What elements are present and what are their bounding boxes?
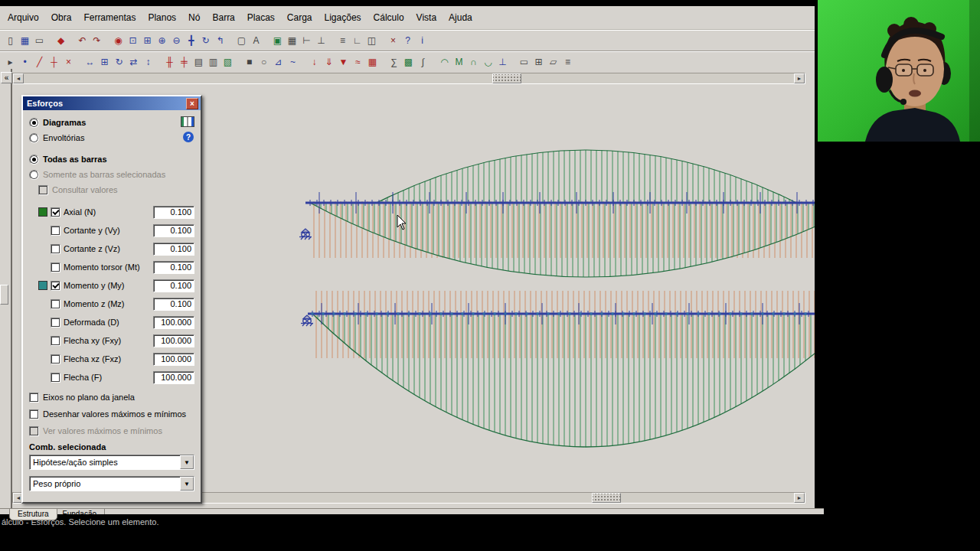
- zoom-out-icon[interactable]: ⊖: [169, 33, 184, 48]
- force-checkbox[interactable]: [51, 336, 60, 346]
- previous-view-icon[interactable]: ↰: [213, 33, 227, 48]
- top-scrollbar[interactable]: ◄ ►: [12, 73, 805, 84]
- desenhar-maximos-checkbox[interactable]: [29, 409, 39, 419]
- close-icon[interactable]: ×: [186, 98, 198, 109]
- elastic-support-icon[interactable]: ~: [286, 54, 300, 70]
- mirror-icon[interactable]: ⇄: [126, 54, 141, 70]
- mesh-icon[interactable]: ▩: [401, 54, 416, 70]
- new-icon[interactable]: ▯: [3, 33, 18, 48]
- stretch-icon[interactable]: ↕: [141, 54, 155, 70]
- force-checkbox[interactable]: [51, 262, 60, 272]
- force-scale-input[interactable]: 100.000: [153, 371, 194, 384]
- pan-icon[interactable]: ╋: [184, 33, 198, 48]
- table-icon[interactable]: ⊞: [531, 54, 546, 70]
- force-checkbox[interactable]: [51, 226, 60, 236]
- force-scale-input[interactable]: 0.100: [153, 261, 194, 274]
- window-select-icon[interactable]: ▢: [234, 33, 249, 48]
- temperature-icon[interactable]: ≈: [351, 54, 365, 70]
- material-icon[interactable]: ▧: [220, 54, 235, 70]
- node-icon[interactable]: •: [18, 54, 32, 70]
- deformed-icon[interactable]: ◡: [481, 54, 495, 70]
- force-checkbox[interactable]: [51, 207, 60, 217]
- copy-icon[interactable]: ⊞: [97, 54, 112, 70]
- zoom-extents-icon[interactable]: ⊞: [140, 33, 155, 48]
- menu-item-cálculo[interactable]: Cálculo: [368, 10, 410, 25]
- force-scale-input[interactable]: 0.100: [153, 279, 194, 292]
- options-icon[interactable]: ≡: [560, 54, 575, 70]
- divide-bar-icon[interactable]: ╫: [162, 54, 177, 70]
- scrollbar-thumb[interactable]: [592, 493, 621, 503]
- rigid-node-icon[interactable]: ■: [242, 54, 256, 70]
- hinge-icon[interactable]: ○: [256, 54, 271, 70]
- tab-estrutura[interactable]: Estrutura: [9, 509, 57, 520]
- results-icon[interactable]: ◠: [437, 54, 452, 70]
- menu-item-carga[interactable]: Carga: [281, 10, 318, 25]
- menu-item-barra[interactable]: Barra: [206, 10, 240, 25]
- hipotese-combo[interactable]: Hipótese/ação simples ▼: [29, 455, 194, 470]
- surface-load-icon[interactable]: ▼: [336, 54, 351, 70]
- bar-props-icon[interactable]: ▤: [191, 54, 206, 70]
- support-icon[interactable]: ⊿: [271, 54, 286, 70]
- chevron-down-icon[interactable]: ▼: [180, 455, 194, 469]
- section-icon[interactable]: ▥: [206, 54, 220, 70]
- rotate-icon[interactable]: ↻: [112, 54, 126, 70]
- redraw-icon[interactable]: ↻: [198, 33, 213, 48]
- calculate-icon[interactable]: ∫: [416, 54, 430, 70]
- config-icon[interactable]: ×: [386, 33, 400, 48]
- menu-item-ligações[interactable]: Ligações: [318, 10, 368, 25]
- envelope-icon[interactable]: ∩: [466, 54, 481, 70]
- layers-icon[interactable]: ≡: [335, 33, 350, 48]
- help-icon[interactable]: ?: [400, 33, 415, 48]
- diagram-icon[interactable]: M: [452, 54, 466, 70]
- somente-selecionadas-radio[interactable]: [29, 170, 39, 180]
- force-scale-input[interactable]: 0.100: [153, 298, 194, 311]
- report-icon[interactable]: ▭: [517, 54, 531, 70]
- menu-item-ferramentas[interactable]: Ferramentas: [77, 10, 142, 25]
- undo-icon[interactable]: ↶: [75, 33, 90, 48]
- force-scale-input[interactable]: 100.000: [153, 353, 194, 366]
- move-icon[interactable]: ↔: [83, 54, 97, 70]
- linear-load-icon[interactable]: ⇓: [322, 54, 336, 70]
- join-bar-icon[interactable]: ╪: [177, 54, 191, 70]
- combination-icon[interactable]: ∑: [387, 54, 401, 70]
- scroll-right-icon[interactable]: ►: [794, 73, 805, 83]
- menu-item-vista[interactable]: Vista: [410, 10, 443, 25]
- menu-item-ajuda[interactable]: Ajuda: [443, 10, 479, 25]
- force-checkbox[interactable]: [51, 373, 60, 383]
- new-bar-icon[interactable]: ┼: [47, 54, 61, 70]
- ruler-icon[interactable]: ⊢: [299, 33, 314, 48]
- force-scale-input[interactable]: 100.000: [153, 316, 194, 329]
- scroll-right-icon[interactable]: ►: [794, 493, 805, 503]
- force-checkbox[interactable]: [51, 318, 60, 328]
- force-scale-input[interactable]: 100.000: [153, 334, 194, 347]
- force-scale-input[interactable]: 0.100: [153, 206, 194, 219]
- collapse-panel-button[interactable]: «: [1, 72, 12, 83]
- force-checkbox[interactable]: [51, 354, 60, 364]
- dialog-titlebar[interactable]: Esforços ×: [23, 96, 201, 110]
- force-checkbox[interactable]: [51, 244, 60, 254]
- print-preview-icon[interactable]: ◫: [364, 33, 379, 48]
- envoltorias-radio[interactable]: [29, 133, 39, 143]
- force-scale-input[interactable]: 0.100: [153, 243, 194, 256]
- menu-item-arquivo[interactable]: Arquivo: [2, 10, 45, 25]
- print-icon[interactable]: ▭: [32, 33, 47, 48]
- redo-icon[interactable]: ↷: [90, 33, 104, 48]
- reactions-icon[interactable]: ⊥: [495, 54, 510, 70]
- diagramas-radio[interactable]: [29, 118, 39, 128]
- coordinates-icon[interactable]: ⊥: [314, 33, 328, 48]
- menu-item-placas[interactable]: Placas: [241, 10, 281, 25]
- todas-as-barras-radio[interactable]: [29, 155, 39, 165]
- save-icon[interactable]: ▦: [18, 33, 32, 48]
- menu-item-obra[interactable]: Obra: [45, 10, 78, 25]
- measure-icon[interactable]: ∟: [350, 33, 364, 48]
- text-icon[interactable]: A: [249, 33, 263, 48]
- image-icon[interactable]: ▣: [270, 33, 285, 48]
- grid-icon[interactable]: ▦: [285, 33, 299, 48]
- info-icon[interactable]: i: [415, 33, 430, 48]
- load-case-icon[interactable]: ▦: [365, 54, 380, 70]
- search-icon[interactable]: ◉: [111, 33, 126, 48]
- delete-icon[interactable]: ×: [61, 54, 76, 70]
- scroll-left-icon[interactable]: ◄: [13, 73, 24, 83]
- bar-icon[interactable]: ╱: [32, 54, 47, 70]
- help-icon[interactable]: ?: [183, 132, 194, 142]
